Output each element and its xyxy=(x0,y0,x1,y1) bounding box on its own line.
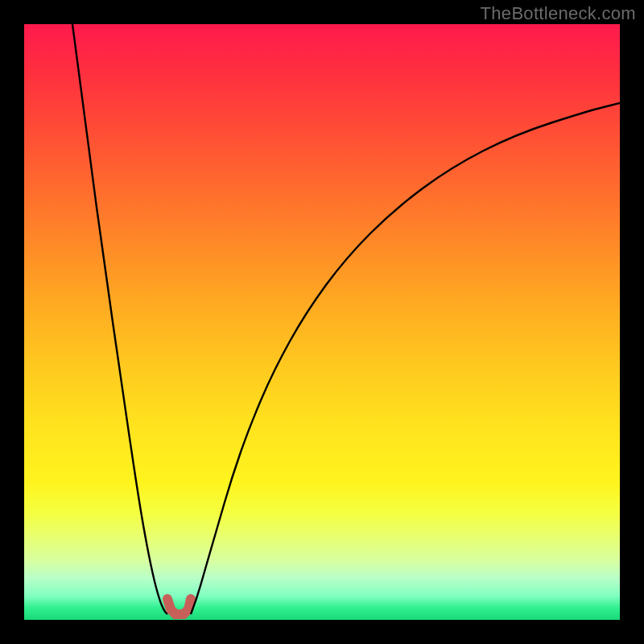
watermark-text: TheBottleneck.com xyxy=(481,3,636,24)
series-left-branch xyxy=(72,24,167,614)
series-right-branch xyxy=(191,103,620,614)
plot-area xyxy=(24,24,620,620)
chart-svg xyxy=(24,24,620,620)
series-valley-marker xyxy=(167,599,191,614)
chart-frame: TheBottleneck.com xyxy=(0,0,644,644)
